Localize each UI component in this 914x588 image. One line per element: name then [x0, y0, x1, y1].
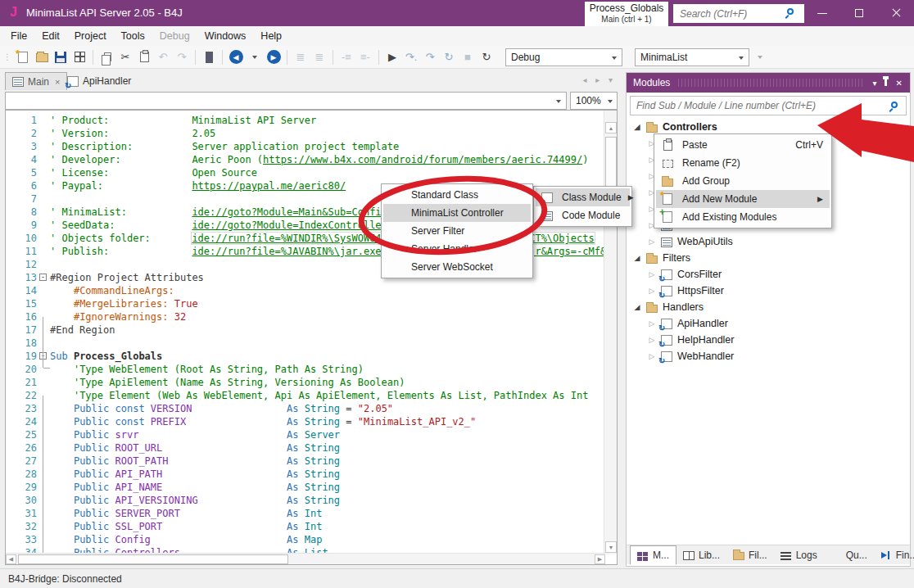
tree-item-helphandler[interactable]: ▷HelpHandler	[627, 332, 910, 348]
code-line-17[interactable]: 17#End Region	[6, 323, 604, 337]
code-line-16[interactable]: 16 #IgnoreWarnings: 32	[6, 310, 604, 323]
step-into-button[interactable]: ↷	[422, 49, 438, 66]
quick-nav-button[interactable]: Process_Globals Main (ctrl + 1)	[585, 2, 668, 26]
menu-item-server-filter[interactable]: Server Filter	[383, 222, 531, 240]
search-icon[interactable]	[787, 8, 794, 15]
panel-tab-fil[interactable]: Fil...	[726, 545, 774, 564]
bookmark-button[interactable]	[201, 49, 217, 66]
code-line-2[interactable]: 2' Version: 2.05	[6, 127, 604, 140]
maximize-button[interactable]	[841, 0, 877, 26]
undo-button[interactable]: ↶	[155, 49, 171, 66]
menu-item-add-new-module[interactable]: Add New Module▶	[656, 190, 830, 208]
expand-icon[interactable]: ▷	[648, 287, 656, 295]
tree-item-apihandler[interactable]: ▷ApiHandler	[627, 315, 910, 332]
panel-menu-icon[interactable]: ▾	[873, 79, 877, 88]
code-line-18[interactable]: 18	[6, 337, 604, 350]
scroll-down-icon[interactable]: ▼	[605, 541, 617, 553]
editor-zoom-combo[interactable]: 100%	[570, 92, 618, 110]
code-line-27[interactable]: 27 Public ROOT_PATH As String	[6, 455, 604, 468]
menu-windows[interactable]: Windows	[197, 28, 254, 44]
menu-debug[interactable]: Debug	[152, 28, 197, 44]
close-button[interactable]	[878, 0, 914, 26]
debug-mode-combo[interactable]: Debug	[505, 48, 622, 66]
expand-icon[interactable]: ▷	[648, 352, 656, 360]
code-line-26[interactable]: 26 Public ROOT_URL As String	[6, 441, 604, 455]
code-line-3[interactable]: 3' Description: Server application proje…	[6, 140, 604, 153]
new-project-button[interactable]	[15, 49, 31, 66]
code-line-21[interactable]: 21 'Type ApiElement (Name As String, Ver…	[6, 376, 604, 389]
expand-icon[interactable]: ▷	[648, 319, 656, 328]
resume-button[interactable]: ↷.	[403, 49, 419, 66]
menu-item-rename-f2-[interactable]: Rename (F2)	[656, 154, 830, 172]
paste-button[interactable]	[136, 49, 152, 66]
menu-item-add-group[interactable]: Add Group	[656, 172, 830, 190]
code-line-15[interactable]: 15 #MergeLibraries: True	[6, 297, 604, 310]
code-line-31[interactable]: 31 Public SERVER_PORT As Int	[6, 507, 604, 520]
open-project-button[interactable]	[34, 49, 50, 66]
code-line-29[interactable]: 29 Public API_NAME As String	[6, 481, 604, 494]
minimize-button[interactable]	[804, 0, 840, 26]
save-button[interactable]	[52, 49, 69, 66]
horizontal-scroll-thumb[interactable]	[18, 554, 288, 564]
menu-help[interactable]: Help	[253, 28, 289, 44]
expand-icon[interactable]: ▷	[648, 336, 656, 344]
panel-tab-logs[interactable]: Logs	[774, 545, 824, 564]
tab-scroll-controls[interactable]: ◂ ▸ ▾	[582, 75, 616, 84]
code-line-30[interactable]: 30 Public API_VERSIONING As String	[6, 494, 604, 507]
code-line-28[interactable]: 28 Public API_PATH As String	[6, 468, 604, 481]
code-editor[interactable]: 1' Product: MinimaList API Server2' Vers…	[5, 110, 618, 565]
redo-button[interactable]: ↷	[174, 49, 190, 66]
scroll-left-icon[interactable]: ◀	[6, 554, 16, 564]
code-line-20[interactable]: 20 'Type WebElement (Root As String, Pat…	[6, 363, 604, 376]
menu-item-server-handler[interactable]: Server Handler	[383, 240, 531, 258]
panel-close-icon[interactable]: ✕	[896, 79, 903, 88]
scroll-right-icon[interactable]: ▶	[595, 554, 605, 564]
code-line-14[interactable]: 14 #CommandLineArgs:	[6, 284, 604, 297]
build-config-combo[interactable]: MinimaList	[635, 48, 749, 66]
code-line-4[interactable]: 4' Developer: Aeric Poon (https://www.b4…	[6, 153, 604, 166]
tab-main[interactable]: Main ×	[5, 72, 67, 90]
back-history-dropdown[interactable]	[247, 49, 263, 66]
toolbar-overflow-button[interactable]	[752, 49, 768, 66]
code-line-5[interactable]: 5' License: Open Source	[6, 166, 604, 179]
export-button[interactable]	[71, 49, 88, 66]
stop-button[interactable]: ■	[459, 49, 476, 66]
menu-edit[interactable]: Edit	[34, 28, 67, 44]
menu-item-add-existing-modules[interactable]: Add Existing Modules	[656, 208, 830, 226]
code-line-1[interactable]: 1' Product: MinimaList API Server	[6, 114, 604, 127]
code-line-23[interactable]: 23 Public const VERSION As String = "2.0…	[6, 402, 604, 415]
tree-item-handlers[interactable]: ◢Handlers	[627, 299, 910, 315]
find-module-input[interactable]	[631, 97, 876, 115]
pin-icon[interactable]	[885, 79, 887, 86]
tab-apihandler[interactable]: ApiHandler	[61, 72, 138, 90]
panel-tab-m[interactable]: M...	[630, 545, 676, 564]
menu-item-server-websocket[interactable]: Server WebSocket	[383, 258, 531, 276]
code-line-24[interactable]: 24 Public const PREFIX As String = "Mini…	[6, 415, 604, 428]
code-line-33[interactable]: 33 Public Config As Map	[6, 533, 604, 546]
comment-button[interactable]: -≡	[338, 49, 355, 66]
uncomment-button[interactable]: ≡-	[357, 49, 373, 66]
sub-selector-combo[interactable]	[5, 92, 567, 110]
navigate-back-button[interactable]: ◀	[228, 49, 244, 66]
panel-tab-qu[interactable]: Qu...	[824, 545, 874, 564]
code-line-19[interactable]: 19-Sub Process_Globals	[6, 350, 604, 363]
vertical-scrollbar[interactable]: ▲ ▼	[604, 111, 617, 554]
code-line-32[interactable]: 32 Public SSL_PORT As Int	[6, 520, 604, 533]
modules-panel-header[interactable]: Modules ▾ ✕	[627, 73, 910, 93]
menu-item-paste[interactable]: PasteCtrl+V	[656, 136, 830, 154]
close-tab-icon[interactable]: ×	[55, 77, 60, 87]
expand-icon[interactable]: ▷	[648, 270, 656, 278]
restart-button[interactable]: ↻	[478, 49, 495, 66]
scroll-up-icon[interactable]: ▲	[605, 122, 617, 133]
modules-find-box[interactable]	[630, 96, 907, 115]
tree-item-corsfilter[interactable]: ▷CorsFilter	[627, 266, 910, 283]
tree-item-httpsfilter[interactable]: ▷HttpsFilter	[627, 283, 910, 299]
navigate-forward-button[interactable]: ▶	[265, 49, 282, 66]
outdent-button[interactable]: ≣	[311, 49, 328, 66]
menu-item-class-module[interactable]: Class Module▶	[536, 188, 630, 206]
menu-item-code-module[interactable]: Code Module	[536, 206, 630, 224]
menu-project[interactable]: Project	[67, 28, 114, 44]
code-line-22[interactable]: 22 'Type Element (Web As WebElement, Api…	[6, 389, 604, 402]
tree-item-filters[interactable]: ◢Filters	[627, 250, 910, 266]
cut-button[interactable]: ✂	[117, 49, 133, 66]
